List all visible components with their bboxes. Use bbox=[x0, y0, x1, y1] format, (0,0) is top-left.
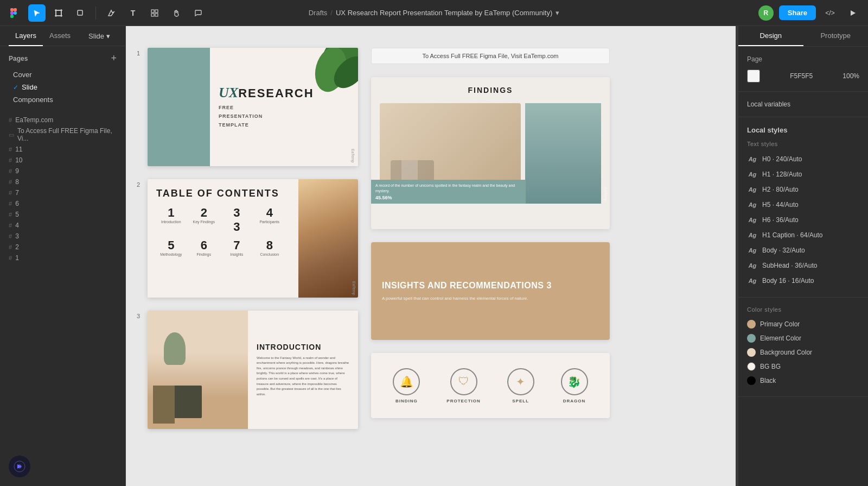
local-variables-btn[interactable]: Local variables bbox=[747, 98, 859, 110]
text-style-h6[interactable]: Ag H6 · 36/Auto bbox=[747, 212, 859, 228]
color-style-black[interactable]: Black bbox=[747, 374, 859, 388]
layer-name: 7 bbox=[15, 189, 117, 197]
drafts-label[interactable]: Drafts bbox=[309, 9, 328, 17]
layer-item[interactable]: #7 bbox=[0, 187, 125, 198]
layer-item[interactable]: #10 bbox=[0, 155, 125, 166]
slide-wrapper-3[interactable]: 3 INTRODUCTION Welcome to the Fant bbox=[148, 311, 358, 429]
text-style-h0[interactable]: Ag H0 · 240/Auto bbox=[747, 152, 859, 167]
layer-name: 8 bbox=[15, 178, 117, 186]
frame-tool-btn[interactable] bbox=[50, 4, 67, 22]
icon-item-dragon: 🐉 DRAGON bbox=[561, 368, 588, 403]
text-style-body[interactable]: Ag Body · 32/Auto bbox=[747, 243, 859, 258]
text-style-subhead[interactable]: Ag SubHead · 36/Auto bbox=[747, 258, 859, 273]
color-style-primary[interactable]: Primary Color bbox=[747, 317, 859, 331]
layer-name: 9 bbox=[15, 167, 117, 175]
icon-item-protection: 🛡 PROTECTION bbox=[446, 368, 480, 403]
ts-label: H0 · 240/Auto bbox=[762, 155, 802, 163]
tab-design[interactable]: Design bbox=[738, 26, 803, 46]
hand-tool-btn[interactable] bbox=[168, 4, 185, 22]
slide-cover[interactable]: UX RESEARCH FREE PRESENTATION TEMPLATE bbox=[148, 48, 358, 166]
layer-item[interactable]: #3 bbox=[0, 231, 125, 242]
ts-label: Body · 32/Auto bbox=[762, 247, 805, 254]
icons-slide: 🔔 BINDING 🛡 PROTECTION ✦ SPELL 🐉 DRAGON bbox=[371, 353, 610, 418]
chevron-down-icon[interactable]: ▾ bbox=[556, 9, 559, 17]
layer-item[interactable]: #11 bbox=[0, 144, 125, 155]
pen-tool-btn[interactable] bbox=[103, 4, 120, 22]
present-btn[interactable] bbox=[844, 4, 861, 22]
color-style-bgbg[interactable]: BG BG bbox=[747, 359, 859, 374]
text-style-h1[interactable]: Ag H1 · 128/Auto bbox=[747, 167, 859, 182]
code-view-btn[interactable]: </> bbox=[821, 4, 839, 22]
text-style-icon: Ag bbox=[747, 260, 758, 271]
add-page-button[interactable]: + bbox=[111, 53, 117, 64]
comment-tool-btn[interactable] bbox=[189, 4, 207, 22]
slide-toc[interactable]: TABLE OF CONTENTS 1Introduction 2Key Fin… bbox=[148, 179, 358, 298]
findings-slide[interactable]: FINDINGS A record of the number of unico… bbox=[371, 77, 610, 229]
protection-label: PROTECTION bbox=[446, 399, 480, 403]
layer-icon: # bbox=[9, 255, 12, 261]
color-style-element[interactable]: Element Color bbox=[747, 331, 859, 345]
pages-section: Pages + Cover ✓ Slide Components bbox=[0, 46, 125, 112]
file-title: UX Research Report Presentation Template… bbox=[336, 9, 552, 17]
svg-rect-13 bbox=[151, 14, 154, 16]
toolbar-left: T bbox=[7, 4, 207, 22]
layer-item[interactable]: #9 bbox=[0, 166, 125, 176]
text-tool-btn[interactable]: T bbox=[124, 4, 142, 22]
components-tool-btn[interactable] bbox=[146, 4, 163, 22]
ts-label: SubHead · 36/Auto bbox=[762, 262, 817, 269]
shape-tool-btn[interactable] bbox=[72, 4, 89, 22]
text-style-h5[interactable]: Ag H5 · 44/Auto bbox=[747, 197, 859, 212]
insights-slide[interactable]: INSIGHTS AND RECOMMENDATIONS 3 A powerfu… bbox=[371, 242, 610, 340]
share-button[interactable]: Share bbox=[779, 5, 816, 20]
slide-intro[interactable]: INTRODUCTION Welcome to the Fantasy Worl… bbox=[148, 311, 358, 429]
canvas-area[interactable]: 1 UX RESEARCH FREE PRESENTATION bbox=[126, 26, 736, 486]
page-item-slide[interactable]: ✓ Slide bbox=[9, 81, 117, 93]
layer-item[interactable]: ▭ To Access Full FREE Figma File, Vi... bbox=[0, 125, 125, 144]
page-bg-opacity[interactable]: 100% bbox=[843, 72, 859, 80]
page-item-components[interactable]: Components bbox=[9, 93, 117, 106]
color-style-background[interactable]: Background Color bbox=[747, 345, 859, 359]
text-style-icon: Ag bbox=[747, 275, 758, 286]
black-color-dot bbox=[747, 376, 756, 385]
page-bg-hex[interactable]: F5F5F5 bbox=[790, 72, 813, 80]
active-check-icon: ✓ bbox=[13, 84, 18, 91]
layer-name: 3 bbox=[15, 232, 117, 240]
toc-item: 1Introduction bbox=[156, 206, 186, 234]
text-style-h2[interactable]: Ag H2 · 80/Auto bbox=[747, 182, 859, 197]
layer-icon: # bbox=[9, 244, 12, 250]
tab-assets[interactable]: Assets bbox=[43, 26, 77, 46]
plugin-icon[interactable] bbox=[9, 456, 30, 477]
figma-logo-icon[interactable] bbox=[7, 4, 24, 22]
text-style-icon: Ag bbox=[747, 184, 758, 195]
layer-icon: # bbox=[9, 168, 12, 174]
layer-item[interactable]: #4 bbox=[0, 220, 125, 231]
spell-icon: ✦ bbox=[507, 368, 534, 395]
text-style-icon: Ag bbox=[747, 169, 758, 180]
insights-description: A powerful spell that can control and ha… bbox=[382, 295, 599, 302]
slide-wrapper-1[interactable]: 1 UX RESEARCH FREE PRESENTATION bbox=[148, 48, 358, 166]
cs-label: Primary Color bbox=[760, 320, 800, 328]
layer-item[interactable]: #1 bbox=[0, 253, 125, 263]
layer-item[interactable]: #8 bbox=[0, 176, 125, 187]
layer-name: To Access Full FREE Figma File, Vi... bbox=[17, 127, 117, 142]
slide-wrapper-2[interactable]: 2 TABLE OF CONTENTS 1Introduction 2Key F… bbox=[148, 179, 358, 298]
toolbar-breadcrumb: Drafts / UX Research Report Presentation… bbox=[309, 9, 560, 17]
page-bg-swatch[interactable] bbox=[747, 70, 760, 83]
toc-item: 8Conclusion bbox=[255, 238, 285, 256]
text-style-body16[interactable]: Ag Body 16 · 16/Auto bbox=[747, 273, 859, 288]
layer-item[interactable]: #2 bbox=[0, 242, 125, 253]
layer-item[interactable]: #6 bbox=[0, 198, 125, 209]
layers-section: # EaTemp.com ▭ To Access Full FREE Figma… bbox=[0, 112, 125, 486]
tab-prototype[interactable]: Prototype bbox=[803, 26, 869, 46]
tab-layers[interactable]: Layers bbox=[9, 26, 43, 46]
move-tool-btn[interactable] bbox=[28, 4, 46, 22]
banner-text: To Access Full FREE Figma File, Visit Ea… bbox=[422, 53, 558, 59]
text-style-h1caption[interactable]: Ag H1 Caption · 64/Auto bbox=[747, 228, 859, 243]
page-item-cover[interactable]: Cover bbox=[9, 68, 117, 81]
separator bbox=[95, 7, 96, 20]
svg-rect-5 bbox=[56, 10, 61, 16]
layer-item[interactable]: # EaTemp.com bbox=[0, 115, 125, 125]
icon-item-binding: 🔔 BINDING bbox=[393, 368, 420, 403]
layer-item[interactable]: #5 bbox=[0, 209, 125, 220]
slide-dropdown[interactable]: Slide ▾ bbox=[82, 26, 117, 46]
